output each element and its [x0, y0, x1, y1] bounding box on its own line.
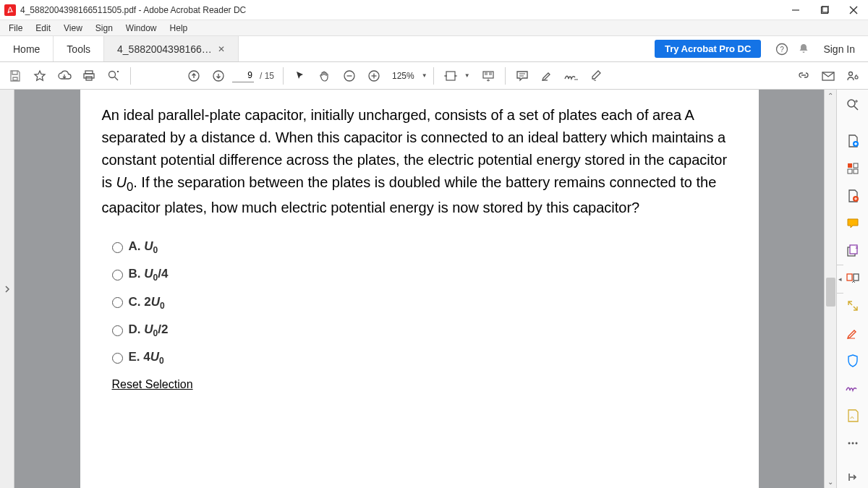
- minimize-button[interactable]: [781, 0, 810, 20]
- svg-text:?: ?: [780, 45, 785, 53]
- svg-rect-43: [854, 169, 858, 174]
- help-icon[interactable]: ?: [775, 43, 788, 56]
- svg-point-35: [848, 100, 855, 107]
- tab-document[interactable]: 4_5882004398166… ✕: [104, 36, 239, 61]
- option-d[interactable]: D. U0/2: [112, 322, 737, 338]
- close-button[interactable]: [839, 0, 868, 20]
- window-titlebar: 4_5882004398166511505.pdf - Adobe Acroba…: [0, 0, 868, 20]
- selection-tool-icon[interactable]: [289, 65, 311, 87]
- page-number-input[interactable]: [232, 69, 254, 82]
- acrobat-app-icon: [4, 4, 16, 16]
- radio-icon: [112, 297, 123, 308]
- answer-options: A. U0 B. U0/4 C. 2U0 D. U0/2 E. 4U0: [102, 239, 737, 367]
- expand-panel-icon[interactable]: [841, 466, 864, 488]
- scroll-up-icon[interactable]: ⌃: [825, 90, 836, 102]
- option-e-label: E. 4U0: [129, 350, 164, 366]
- tab-close-icon[interactable]: ✕: [218, 44, 225, 54]
- option-e[interactable]: E. 4U0: [112, 350, 737, 366]
- tab-home[interactable]: Home: [0, 36, 54, 61]
- vertical-scrollbar[interactable]: ⌃ ⌄: [824, 90, 836, 488]
- tab-document-label: 4_5882004398166…: [117, 43, 212, 55]
- svg-point-52: [848, 442, 850, 445]
- menu-view[interactable]: View: [58, 22, 88, 35]
- share-people-icon[interactable]: [842, 65, 864, 87]
- create-pdf-icon[interactable]: [841, 158, 864, 179]
- zoom-level[interactable]: 125%: [388, 71, 419, 81]
- bell-icon[interactable]: [797, 43, 810, 56]
- document-viewport[interactable]: An ideal parallel-plate capacitor, initi…: [14, 90, 824, 488]
- option-d-label: D. U0/2: [129, 322, 169, 338]
- svg-point-11: [109, 71, 116, 77]
- page-total-label: / 15: [257, 71, 277, 81]
- scroll-thumb[interactable]: [826, 278, 835, 307]
- tab-tools[interactable]: Tools: [54, 36, 104, 61]
- tabbar: Home Tools 4_5882004398166… ✕ Try Acroba…: [0, 36, 868, 62]
- zoom-in-icon[interactable]: [363, 65, 385, 87]
- protect-icon[interactable]: [841, 350, 864, 372]
- menu-file[interactable]: File: [3, 22, 28, 35]
- option-b[interactable]: B. U0/4: [112, 267, 737, 283]
- page-up-icon[interactable]: [183, 65, 205, 87]
- read-mode-icon[interactable]: [477, 65, 499, 87]
- star-icon[interactable]: [29, 65, 51, 87]
- svg-point-32: [855, 76, 858, 79]
- option-a-label: A. U0: [129, 239, 158, 255]
- svg-rect-20: [446, 72, 455, 80]
- menubar: File Edit View Sign Window Help: [0, 20, 868, 36]
- fit-width-icon[interactable]: [440, 65, 461, 87]
- maximize-button[interactable]: [810, 0, 839, 20]
- svg-rect-9: [84, 74, 94, 78]
- zoom-out-icon[interactable]: [339, 65, 360, 87]
- cloud-icon[interactable]: [54, 65, 75, 87]
- menu-window[interactable]: Window: [120, 22, 163, 35]
- comment-tool-icon[interactable]: [841, 213, 864, 234]
- highlight-icon[interactable]: [536, 65, 558, 87]
- svg-point-54: [855, 442, 857, 445]
- scroll-down-icon[interactable]: ⌄: [825, 476, 836, 488]
- svg-point-31: [849, 72, 853, 75]
- radio-icon: [112, 270, 123, 281]
- menu-sign[interactable]: Sign: [90, 22, 119, 35]
- fit-dropdown-icon[interactable]: ▼: [464, 72, 475, 79]
- stamp-icon[interactable]: [585, 65, 607, 87]
- edit-pdf-icon[interactable]: [841, 185, 864, 207]
- signature-icon[interactable]: [561, 65, 582, 87]
- option-a[interactable]: A. U0: [112, 239, 737, 255]
- menu-edit[interactable]: Edit: [30, 22, 56, 35]
- organize-pages-icon[interactable]: [841, 267, 864, 289]
- share-link-icon[interactable]: [793, 65, 814, 87]
- compress-pdf-icon[interactable]: [841, 295, 864, 317]
- radio-icon: [112, 242, 123, 253]
- hand-tool-icon[interactable]: [314, 65, 336, 87]
- comment-icon[interactable]: [511, 65, 533, 87]
- email-icon[interactable]: [817, 65, 839, 87]
- fill-sign-icon[interactable]: [841, 377, 864, 399]
- send-for-signature-icon[interactable]: [841, 405, 864, 427]
- option-b-label: B. U0/4: [129, 267, 169, 283]
- toolbar: / 15 125% ▼ ▼: [0, 62, 868, 90]
- svg-line-12: [115, 77, 119, 80]
- combine-files-icon[interactable]: [841, 240, 864, 262]
- export-pdf-icon[interactable]: [841, 130, 864, 152]
- more-tools-icon[interactable]: [841, 432, 864, 454]
- print-icon[interactable]: [78, 65, 100, 87]
- tab-tools-label: Tools: [67, 43, 90, 55]
- redact-icon[interactable]: [841, 322, 864, 344]
- save-icon[interactable]: [4, 65, 26, 87]
- window-title: 4_5882004398166511505.pdf - Adobe Acroba…: [20, 5, 246, 15]
- zoom-dropdown-icon[interactable]: ▼: [422, 72, 427, 79]
- right-panel-collapse-icon[interactable]: ◂: [836, 265, 843, 294]
- svg-rect-0: [4, 4, 16, 16]
- radio-icon: [112, 325, 123, 336]
- svg-rect-42: [848, 169, 852, 174]
- page-down-icon[interactable]: [208, 65, 229, 87]
- search-icon[interactable]: [103, 65, 124, 87]
- search-tool-icon[interactable]: [841, 94, 864, 116]
- option-c[interactable]: C. 2U0: [112, 295, 737, 311]
- menu-help[interactable]: Help: [164, 22, 194, 35]
- sign-in-button[interactable]: Sign In: [819, 43, 859, 55]
- svg-rect-49: [847, 274, 852, 281]
- left-panel-toggle[interactable]: [0, 90, 14, 488]
- reset-selection-link[interactable]: Reset Selection: [112, 378, 737, 391]
- try-acrobat-pro-button[interactable]: Try Acrobat Pro DC: [655, 40, 761, 58]
